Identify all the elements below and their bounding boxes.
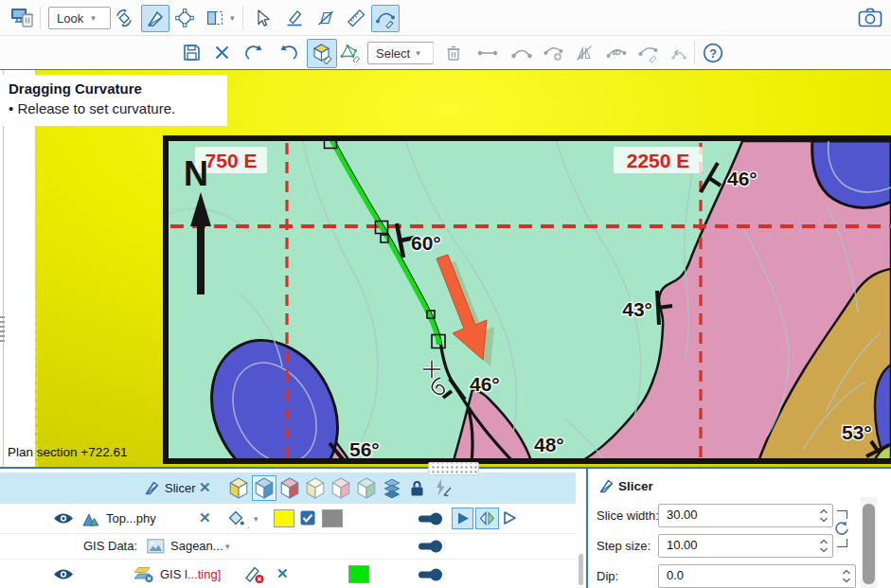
slice-thick-front-button[interactable] (305, 477, 326, 499)
curved-segment-icon (510, 44, 533, 62)
curve-3d-icon: 3D (605, 43, 628, 62)
draw-polygon-button[interactable] (312, 5, 339, 30)
rotate-resize-button[interactable] (111, 5, 137, 30)
slicer-remove-button[interactable]: ✕ (199, 481, 211, 494)
undo-button[interactable] (239, 40, 269, 65)
edit-curve-gray-button[interactable] (633, 40, 664, 65)
shape-row-gis-line[interactable]: GIS l...ting] ✕ (0, 560, 576, 588)
visibility-eye-icon[interactable] (53, 567, 74, 581)
draw-polygon-icon (316, 9, 335, 27)
spinner-arrows-icon[interactable] (819, 507, 829, 525)
slice-mode-front-button[interactable] (228, 477, 249, 499)
split-line-button[interactable] (571, 40, 597, 65)
help-button[interactable]: ? (700, 40, 726, 65)
scene-scrollbar-grip[interactable] (0, 316, 5, 343)
shape-row-gis-data[interactable]: GIS Data: Sagean... ▾ (0, 534, 576, 560)
redo-icon (276, 43, 300, 62)
paint-bucket-icon[interactable] (226, 509, 245, 527)
camera-button[interactable] (855, 5, 885, 30)
slice-layers-button[interactable] (382, 477, 402, 499)
slice-width-spinbox[interactable] (658, 504, 833, 527)
redo-button[interactable] (273, 40, 303, 65)
edit-curve-button[interactable] (371, 5, 400, 32)
stop-editing-icon[interactable] (242, 564, 266, 584)
plan-section-map[interactable]: 750 E 2250 E N (163, 135, 891, 464)
panel-drag-handle[interactable] (428, 462, 479, 475)
spinner-arrows-icon[interactable] (842, 567, 851, 585)
svg-text:48°: 48° (534, 434, 564, 455)
quick-slice-button[interactable] (432, 478, 454, 498)
scene-viewport[interactable]: 750 E 2250 E N (0, 70, 891, 467)
reset-values-icon[interactable] (833, 521, 850, 538)
save-button[interactable] (178, 40, 205, 65)
hint-body: • Release to set curvature. (9, 98, 219, 118)
save-icon (182, 43, 202, 62)
svg-text:46°: 46° (727, 168, 757, 189)
topography-gray-swatch[interactable] (322, 509, 343, 527)
rotate-resize-icon (114, 8, 134, 28)
rectangle-select-button[interactable] (202, 5, 228, 30)
slice-mode-remove-button[interactable] (279, 477, 300, 499)
reverse-line-button[interactable] (666, 40, 692, 65)
image-icon (147, 539, 165, 554)
add-node-button[interactable] (539, 40, 569, 65)
select-mode-dropdown[interactable]: Select ▾ (367, 42, 434, 64)
dip-spinbox[interactable] (658, 564, 856, 588)
chevron-down-icon[interactable]: ▾ (254, 514, 258, 524)
step-size-spinbox[interactable] (658, 534, 833, 558)
shape-row-slicer[interactable]: Slicer ✕ (0, 472, 576, 504)
draw-on-slicer-button[interactable] (307, 39, 337, 68)
curve-3d-button[interactable]: 3D (601, 40, 632, 65)
gis-line-color-swatch[interactable] (348, 565, 369, 583)
edit-curve-gray-icon (637, 43, 660, 62)
delete-vertices-button[interactable] (440, 40, 467, 65)
gis-line-toggle[interactable] (418, 567, 443, 582)
slice-thick-back-button[interactable] (330, 477, 351, 499)
toolbar-separator (40, 6, 41, 29)
play-outline-button[interactable] (501, 509, 518, 526)
straight-segment-button[interactable] (472, 40, 503, 65)
measure-ruler-button[interactable] (343, 5, 369, 30)
slice-mode-back-button[interactable] (252, 475, 276, 501)
gis-line-end-point[interactable] (437, 339, 442, 345)
topography-toggle[interactable] (418, 511, 443, 526)
gis-data-toggle[interactable] (418, 539, 443, 554)
topography-checkbox[interactable] (300, 510, 315, 526)
gis-line-remove-button[interactable]: ✕ (276, 567, 289, 580)
curved-segment-button[interactable] (507, 40, 537, 65)
shape-row-topography[interactable]: Top...phy ✕ . ▾ (0, 504, 576, 534)
topography-remove-button[interactable]: ✕ (199, 511, 211, 525)
main-toolbar: Look ▾ ▾ (0, 0, 891, 36)
clear-scene-button[interactable] (9, 5, 35, 30)
slice-width-label: Slice width: (597, 508, 659, 523)
lock-slicer-button[interactable] (407, 478, 427, 498)
dip-input[interactable] (659, 565, 799, 585)
chevron-down-icon[interactable]: ▾ (225, 542, 230, 551)
draw-on-mesh-button[interactable] (337, 40, 364, 65)
close-edit-button[interactable] (208, 40, 235, 65)
svg-text:60°: 60° (411, 232, 441, 254)
select-cursor-button[interactable] (249, 5, 276, 30)
flip-direction-button[interactable] (475, 508, 499, 529)
svg-text:3D: 3D (612, 48, 621, 57)
play-forward-button[interactable] (452, 508, 473, 529)
topography-color-swatch[interactable] (274, 509, 294, 527)
draw-polyline-button[interactable] (171, 5, 198, 30)
gis-lines-icon (133, 565, 154, 583)
shape-list-scrollbar[interactable] (579, 554, 583, 585)
edit-curve-icon (375, 9, 396, 28)
topography-label: Top...phy (106, 511, 156, 526)
rectangle-select-chevron-icon[interactable]: ▾ (230, 13, 235, 23)
draw-slicer-line-button[interactable] (141, 5, 169, 32)
slice-thick-slice-button[interactable] (356, 477, 377, 499)
draw-line-button[interactable] (281, 5, 308, 30)
spinner-arrows-icon[interactable] (819, 537, 829, 555)
visibility-eye-icon[interactable] (53, 511, 74, 526)
look-dropdown[interactable]: Look ▾ (48, 7, 111, 29)
clear-scene-icon (10, 7, 34, 28)
step-size-input[interactable] (659, 535, 799, 555)
gis-data-value: Sagean... (170, 539, 223, 553)
properties-scrollbar-thumb[interactable] (863, 504, 875, 584)
add-node-icon (543, 43, 565, 62)
slice-width-input[interactable] (659, 505, 799, 525)
